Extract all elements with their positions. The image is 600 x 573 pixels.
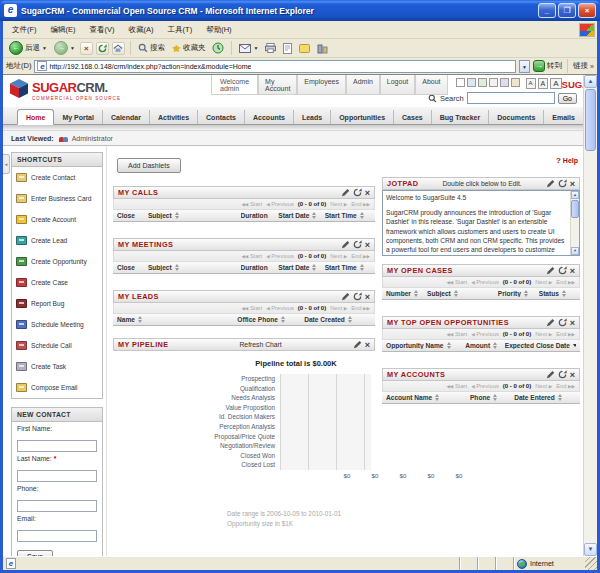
column-start-date[interactable]: Start Date [278,212,324,219]
tab-opportunities[interactable]: Opportunities [331,110,394,124]
dashlet-refresh-button[interactable] [558,266,567,275]
column-number[interactable]: Number [386,290,427,297]
pagination-start[interactable]: ◀◀ Start [241,305,262,311]
pagination-start[interactable]: ◀◀ Start [241,253,262,259]
shortcut-compose-email[interactable]: Compose Email [12,377,102,398]
theme-swatch-3[interactable] [478,78,487,87]
refresh-chart-link[interactable]: Refresh Chart [173,341,349,348]
pagination-end[interactable]: End ▶▶ [556,331,575,337]
history-button[interactable] [210,42,226,54]
help-link[interactable]: ? Help [382,156,578,165]
dashlet-refresh-button[interactable] [353,240,362,249]
first-name-input[interactable] [17,440,97,452]
go-button[interactable]: → 转到 [533,60,562,72]
scroll-thumb[interactable] [571,200,579,218]
dashlet-refresh-button[interactable] [558,370,567,379]
pagination-previous[interactable]: ◀ Previous [471,279,499,285]
jotpad-editor[interactable]: Welcome to SugarSuite 4.5SugarCRM proudl… [382,190,580,256]
column-start-date[interactable]: Start Date [278,264,324,271]
pagination-start[interactable]: ◀◀ Start [446,279,467,285]
tab-documents[interactable]: Documents [489,110,544,124]
font-size-3[interactable]: A [550,78,561,89]
phone-input[interactable] [17,500,97,512]
pagination-previous[interactable]: ◀ Previous [266,305,294,311]
dashlet-close-button[interactable]: × [365,189,370,197]
menu-item-v[interactable]: 查看(V) [83,23,122,37]
column-date-created[interactable]: Date Created [304,316,371,323]
address-dropdown[interactable]: ▼ [519,60,530,73]
font-size-2[interactable]: A [538,78,549,89]
dashlet-close-button[interactable]: × [365,293,370,301]
tab-activities[interactable]: Activities [150,110,198,124]
tab-cases[interactable]: Cases [394,110,432,124]
shortcut-create-account[interactable]: Create Account [12,209,102,230]
column-office-phone[interactable]: Office Phone [237,316,304,323]
links-button[interactable]: 链接 » [573,61,594,71]
userbar-link-logout[interactable]: Logout [380,75,415,95]
last-viewed-item[interactable]: Administrator [59,134,113,142]
column-amount[interactable]: Amount [465,342,505,349]
shortcut-report-bug[interactable]: Report Bug [12,293,102,314]
tab-contacts[interactable]: Contacts [198,110,245,124]
dashlet-edit-button[interactable] [341,240,350,249]
column-subject[interactable]: Subject [148,212,241,219]
column-duration[interactable]: Duration [241,264,279,271]
shortcut-schedule-call[interactable]: Schedule Call [12,335,102,356]
dashlet-refresh-button[interactable] [353,188,362,197]
theme-swatch-2[interactable] [467,78,476,87]
tab-accounts[interactable]: Accounts [245,110,294,124]
tab-calendar[interactable]: Calendar [103,110,150,124]
column-expected-close-date[interactable]: Expected Close Date [505,342,576,349]
theme-swatch-1[interactable] [456,78,465,87]
pagination-end[interactable]: End ▶▶ [556,279,575,285]
minimize-button[interactable]: _ [538,3,556,18]
dashlet-edit-button[interactable] [546,318,555,327]
close-button[interactable]: × [578,3,596,18]
pagination-end[interactable]: End ▶▶ [556,383,575,389]
jotpad-scrollbar[interactable]: ▲ ▼ [570,191,579,255]
column-start-time[interactable]: Start Time [325,264,371,271]
add-dashlets-button[interactable]: Add Dashlets [117,158,181,173]
dashlet-edit-button[interactable] [353,340,362,349]
page-scrollbar[interactable]: ▲ ▼ [583,75,597,556]
pagination-next[interactable]: Next ▶ [330,253,347,259]
menu-item-e[interactable]: 编辑(E) [44,23,83,37]
maximize-button[interactable]: ❐ [558,3,576,18]
print-button[interactable] [263,43,278,53]
mail-button[interactable]: ▼ [237,44,260,53]
sidebar-collapse-handle[interactable]: ◂ [3,154,10,174]
dashlet-close-button[interactable]: × [570,267,575,275]
back-button[interactable]: ← 后退▼ [7,41,49,55]
tab-home[interactable]: Home [17,109,54,125]
menu-item-f[interactable]: 文件(F) [5,23,44,37]
shortcut-enter-business-card[interactable]: Enter Business Card [12,188,102,209]
search-input[interactable] [467,92,555,104]
dashlet-refresh-button[interactable] [558,179,567,188]
messenger-button[interactable] [297,43,312,54]
tab-emails[interactable]: Emails [544,110,583,124]
pagination-end[interactable]: End ▶▶ [351,253,370,259]
pagination-next[interactable]: Next ▶ [330,305,347,311]
scroll-up-icon[interactable]: ▲ [584,75,597,88]
shortcut-create-case[interactable]: Create Case [12,272,102,293]
email-input[interactable] [17,530,97,542]
favorites-button[interactable]: ★ 收藏夹 [170,43,207,54]
scroll-up-icon[interactable]: ▲ [571,191,579,199]
dashlet-close-button[interactable]: × [570,371,575,379]
shortcut-schedule-meeting[interactable]: Schedule Meeting [12,314,102,335]
userbar-link-my-account[interactable]: My Account [258,75,297,95]
search-button[interactable]: 搜索 [136,43,167,53]
theme-swatch-4[interactable] [489,78,498,87]
column-name[interactable]: Name [117,316,237,323]
userbar-link-employees[interactable]: Employees [297,75,346,95]
dashlet-refresh-button[interactable] [353,292,362,301]
pagination-start[interactable]: ◀◀ Start [241,201,262,207]
scroll-down-icon[interactable]: ▼ [571,247,579,255]
column-status[interactable]: Status [539,290,576,297]
column-account-name[interactable]: Account Name [386,394,470,401]
column-priority[interactable]: Priority [498,290,539,297]
column-subject[interactable]: Subject [148,264,241,271]
tab-my-portal[interactable]: My Portal [54,110,103,124]
shortcut-create-opportunity[interactable]: Create Opportunity [12,251,102,272]
sugarcrm-logo[interactable]: SUGARCRM. COMMERCIAL OPEN SOURCE [9,78,121,101]
